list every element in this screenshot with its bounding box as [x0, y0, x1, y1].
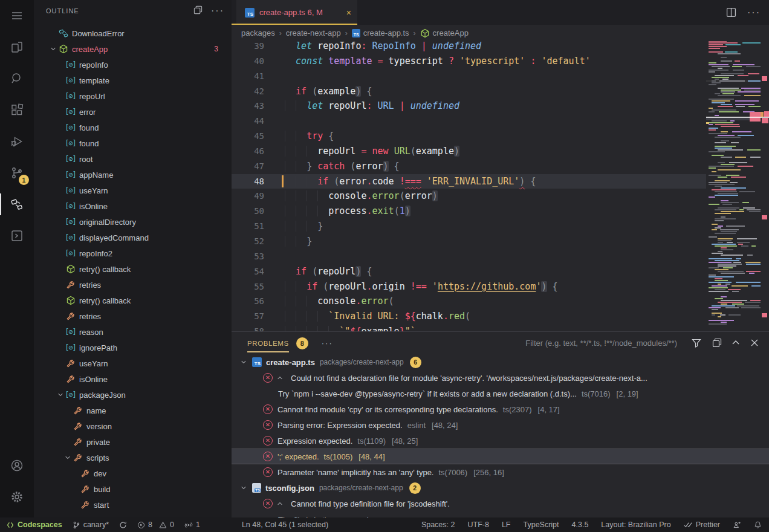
code-line-40[interactable]: 40 const template = typescript ? 'typesc…: [232, 54, 706, 69]
chevron-down-icon[interactable]: [62, 453, 73, 462]
maximize-panel-icon[interactable]: [731, 338, 741, 348]
outline-item-name[interactable]: name: [34, 403, 232, 418]
status-feedback[interactable]: [733, 521, 741, 529]
outline-item-found[interactable]: [⊘]found: [34, 120, 232, 135]
outline-item-retry-callback[interactable]: retry() callback: [34, 293, 232, 308]
outline-item-originaldirectory[interactable]: [⊘]originalDirectory: [34, 214, 232, 230]
problems-tab[interactable]: PROBLEMS: [247, 340, 289, 347]
activity-extensions-icon[interactable]: [0, 94, 34, 126]
tab-close-icon[interactable]: ×: [346, 8, 351, 18]
code-line-52[interactable]: 52 }: [232, 234, 706, 249]
outline-item-repourl[interactable]: [⊘]repoUrl: [34, 88, 232, 104]
outline-item-isonline[interactable]: [⊘]isOnline: [34, 198, 232, 214]
status-notifications[interactable]: [754, 521, 762, 529]
chevron-down-icon[interactable]: [55, 390, 65, 400]
code-line-51[interactable]: 51 }: [232, 219, 706, 234]
outline-item-reason[interactable]: [⊘]reason: [34, 324, 232, 340]
activity-run-debug-icon[interactable]: [0, 126, 34, 157]
problem-row-detail[interactable]: The file is in the program because:: [232, 511, 769, 517]
outline-item-start[interactable]: start: [34, 497, 232, 513]
tab-create-app[interactable]: TS create-app.ts 6, M ×: [236, 0, 357, 25]
code-line-56[interactable]: 56 console.error(: [232, 294, 706, 309]
code-line-48[interactable]: 48 if (error.code !=== 'ERR_INVALID_URL'…: [232, 174, 706, 189]
outline-item-displayedcommand[interactable]: [⊘]displayedCommand: [34, 230, 232, 245]
outline-item-template[interactable]: [⊘]template: [34, 73, 232, 88]
status-eol[interactable]: LF: [502, 521, 511, 529]
activity-explorer-icon[interactable]: [0, 31, 34, 63]
code-line-49[interactable]: 49 console.error(error): [232, 189, 706, 204]
problem-row[interactable]: ✕Cannot find type definition file for 'j…: [232, 496, 769, 511]
code-line-41[interactable]: 41: [232, 69, 706, 84]
status-indentation[interactable]: Spaces: 2: [421, 521, 455, 529]
outline-item-found[interactable]: [⊘]found: [34, 135, 232, 151]
problem-row-detail[interactable]: Try `npm i --save-dev @types/async-retry…: [232, 386, 769, 401]
problem-row[interactable]: ✕Parameter 'name' implicitly has an 'any…: [232, 464, 769, 480]
code-line-43[interactable]: 43 let repoUrl: URL | undefined: [232, 99, 706, 114]
activity-menu-icon[interactable]: [0, 0, 34, 31]
chevron-up-icon[interactable]: [276, 374, 286, 381]
problem-row[interactable]: ✕';' expected.ts(1005)[48, 44]: [232, 449, 769, 464]
code-line-42[interactable]: 42 if (example) {: [232, 84, 706, 99]
code-line-46[interactable]: 46 repoUrl = new URL(example): [232, 144, 706, 159]
outline-item-retries[interactable]: retries: [34, 277, 232, 293]
split-editor-icon[interactable]: [726, 7, 736, 18]
outline-item-dev[interactable]: dev: [34, 465, 232, 481]
activity-symbols-icon[interactable]: [0, 189, 34, 220]
status-language[interactable]: TypeScript: [523, 521, 559, 529]
outline-item-private[interactable]: private: [34, 434, 232, 450]
code-line-57[interactable]: 57 `Invalid URL: ${chalk.red(: [232, 309, 706, 324]
group-by-icon[interactable]: [712, 338, 722, 348]
code-line-55[interactable]: 55 if (repoUrl.origin !== 'https://githu…: [232, 279, 706, 294]
status-ports[interactable]: 1: [184, 521, 200, 529]
minimap[interactable]: [706, 37, 761, 331]
breadcrumb-create-app-ts[interactable]: TScreate-app.ts: [352, 28, 409, 37]
breadcrumb-packages[interactable]: packages: [241, 28, 275, 37]
filter-icon[interactable]: [692, 338, 701, 348]
outline-item-useyarn[interactable]: useYarn: [34, 355, 232, 371]
outline-item-packagejson[interactable]: [⊘]packageJson: [34, 387, 232, 403]
problem-row[interactable]: ✕Expression expected.ts(1109)[48, 25]: [232, 433, 769, 449]
problem-row[interactable]: ✕Could not find a declaration file for m…: [232, 370, 769, 386]
activity-search-icon[interactable]: [0, 63, 34, 94]
outline-item-repoinfo[interactable]: [⊘]repoInfo: [34, 57, 232, 73]
status-prettier[interactable]: Prettier: [684, 521, 720, 529]
code-line-44[interactable]: 44: [232, 114, 706, 129]
outline-item-ignorepath[interactable]: [⊘]ignorePath: [34, 340, 232, 355]
problem-row[interactable]: ✕Parsing error: Expression expected.esli…: [232, 417, 769, 433]
outline-item-createapp[interactable]: createApp3: [34, 41, 232, 57]
code-line-53[interactable]: 53: [232, 249, 706, 264]
outline-item-error[interactable]: [⊘]error: [34, 104, 232, 120]
more-actions-icon[interactable]: ···: [211, 5, 224, 16]
outline-item-appname[interactable]: [⊘]appName: [34, 167, 232, 183]
code-line-47[interactable]: 47 } catch (error) {: [232, 159, 706, 174]
status-layout[interactable]: Layout: Brazilian Pro: [601, 521, 670, 529]
problems-file-tsconfig-json[interactable]: tsconfig.jsonpackages/create-next-app2: [232, 480, 769, 496]
breadcrumb-createapp[interactable]: createApp: [420, 28, 469, 38]
status-branch[interactable]: canary*: [73, 521, 109, 529]
chevron-down-icon[interactable]: [240, 484, 250, 491]
problem-row[interactable]: ✕Cannot find module 'cpy' or its corresp…: [232, 401, 769, 417]
collapse-all-icon[interactable]: [193, 5, 203, 16]
problems-filter-input[interactable]: [496, 339, 677, 348]
status-codespaces[interactable]: Codespaces: [6, 521, 62, 529]
status-cursor-position[interactable]: Ln 48, Col 45 (1 selected): [242, 521, 328, 529]
code-line-58[interactable]: 58 `"${example}"`: [232, 324, 706, 331]
outline-item-retry-callback[interactable]: retry() callback: [34, 261, 232, 277]
outline-item-retries[interactable]: retries: [34, 308, 232, 324]
outline-item-downloaderror[interactable]: DownloadError: [34, 25, 232, 41]
activity-settings-gear-icon[interactable]: [0, 481, 34, 513]
activity-account-icon[interactable]: [0, 450, 34, 481]
outline-item-useyarn[interactable]: [⊘]useYarn: [34, 183, 232, 198]
chevron-down-icon[interactable]: [48, 44, 58, 54]
status-encoding[interactable]: UTF-8: [467, 521, 488, 529]
status-problems[interactable]: 80: [137, 521, 174, 529]
outline-item-root[interactable]: [⊘]root: [34, 151, 232, 167]
status-ts-version[interactable]: 4.3.5: [572, 521, 589, 529]
outline-item-build[interactable]: build: [34, 481, 232, 497]
outline-item-repoinfo2[interactable]: [⊘]repoInfo2: [34, 245, 232, 261]
activity-source-control-icon[interactable]: 1: [0, 157, 34, 189]
code-line-45[interactable]: 45 try {: [232, 129, 706, 144]
problems-file-create-app-ts[interactable]: TScreate-app.tspackages/create-next-app6: [232, 354, 769, 370]
panel-more-actions-icon[interactable]: ···: [322, 339, 333, 348]
outline-item-isonline[interactable]: isOnline: [34, 371, 232, 387]
